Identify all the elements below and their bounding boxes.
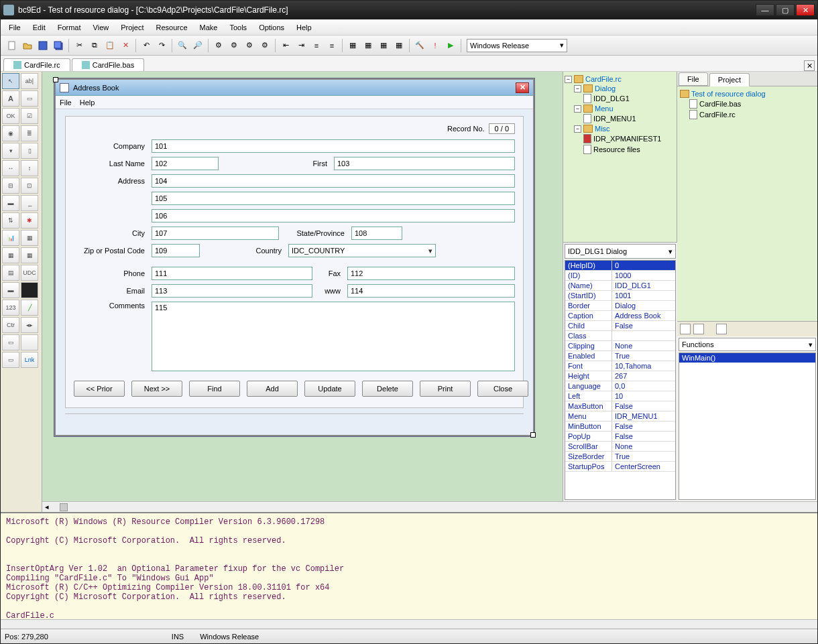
prop-row[interactable]: ClippingNone [565,341,675,351]
functions-select[interactable]: Functions▾ [679,338,816,351]
prop-row[interactable]: Font10,Tahoma [565,361,675,371]
tool-chart[interactable]: 📊 [2,230,19,246]
tool-slider[interactable]: ⎯ [21,195,38,211]
menu-options[interactable]: Options [253,21,290,34]
tool-rect[interactable] [21,282,38,298]
delete-icon[interactable]: ✕ [118,38,133,53]
tool-header[interactable]: ▭ [2,334,19,350]
tool-rebar[interactable]: ▤ [2,265,19,281]
stop-icon[interactable]: ! [428,38,443,53]
indent-icon[interactable]: ⇥ [294,38,308,53]
build-icon[interactable]: 🔨 [412,38,427,53]
tree-dialog-folder[interactable]: Dialog [595,84,616,92]
sort-icon[interactable] [716,324,727,334]
tool-link[interactable]: Lnk [21,352,38,368]
prop-row[interactable]: StartupPosCenterScreen [565,462,675,472]
outdent-icon[interactable]: ⇤ [278,38,293,53]
dialog-close-button[interactable]: ✕ [516,82,529,93]
tool-tab[interactable]: ⊡ [21,178,38,194]
dialog-menu-file[interactable]: File [60,99,72,107]
tool-tree[interactable]: ⊟ [2,178,19,194]
panel4-icon[interactable]: ▦ [392,38,406,53]
panel2-icon[interactable]: ▦ [361,38,375,53]
cut-icon[interactable]: ✂ [72,38,86,53]
close-dlg-button[interactable]: Close [477,381,528,397]
tool-blank[interactable] [21,334,38,350]
prop-row[interactable]: PopUpFalse [565,432,675,442]
func-winmain[interactable]: WinMain() [679,353,815,363]
expand-icon[interactable]: − [574,105,581,113]
prop-row[interactable]: (StartID)1001 [565,291,675,301]
company-input[interactable]: 101 [152,139,515,153]
close-button[interactable]: ✕ [796,4,815,16]
tool-button[interactable]: OK [2,108,19,124]
tool-pager[interactable]: ◂▸ [21,317,38,333]
tool-vscroll[interactable]: ↕ [21,160,38,176]
tool-pointer[interactable]: ↖ [2,73,19,89]
menu-file[interactable]: File [3,21,26,34]
tool-checkbox[interactable]: ☑ [21,108,38,124]
prop-row[interactable]: BorderDialog [565,301,675,311]
tool-ctrl[interactable]: Ctr [2,317,19,333]
close-tab-button[interactable]: ✕ [804,60,815,71]
prop-row[interactable]: (HelpID)0 [565,261,675,271]
replace-icon[interactable]: 🔎 [190,38,205,53]
prop-row[interactable]: CaptionAddress Book [565,311,675,321]
minimize-button[interactable]: — [756,4,774,16]
tool-hscroll[interactable]: ↔ [2,160,19,176]
tool-asterisk[interactable]: ✱ [21,212,38,229]
prop-row[interactable]: Left10 [565,391,675,401]
open-folder-icon[interactable] [20,38,35,53]
state-input[interactable]: 108 [351,227,402,240]
prop-row[interactable]: SizeBorderTrue [565,452,675,462]
prop-row[interactable]: Class [565,331,675,341]
output-panel[interactable]: Microsoft (R) Windows (R) Resource Compi… [1,512,817,619]
menu-help[interactable]: Help [291,21,317,34]
menu-tools[interactable]: Tools [224,21,252,34]
delete-button[interactable]: Delete [362,381,413,397]
expand-icon[interactable]: − [565,76,572,83]
prop-row[interactable]: Language0,0 [565,381,675,391]
tab-cardfile-bas[interactable]: CardFile.bas [72,58,144,71]
menu-format[interactable]: Format [52,21,86,34]
properties-grid[interactable]: (HelpID)0(ID)1000(Name)IDD_DLG1(StartID)… [565,260,676,500]
panel1-icon[interactable]: ▦ [345,38,360,53]
expand-icon[interactable]: − [574,85,581,92]
tool-spin[interactable]: ⇅ [2,212,19,229]
add-button[interactable]: Add [247,381,298,397]
tool-status[interactable]: ▬ [2,282,19,298]
save-all-icon[interactable] [51,38,66,53]
find-button[interactable]: Find [189,381,240,397]
zip-input[interactable]: 109 [152,244,200,257]
prop-row[interactable]: (Name)IDD_DLG1 [565,281,675,291]
prior-button[interactable]: << Prior [74,381,125,397]
tool-frame[interactable]: ▭ [21,90,38,107]
addr1-input[interactable]: 104 [152,174,515,188]
tool-animate[interactable]: ▭ [2,352,19,368]
output-hscroll[interactable] [1,619,817,629]
tree-idr-menu1[interactable]: IDR_MENU1 [593,115,636,123]
addr3-input[interactable]: 106 [152,209,515,222]
email-input[interactable]: 113 [152,284,312,298]
tool-b-icon[interactable]: ⚙ [227,38,241,53]
save-icon[interactable] [36,38,50,53]
www-input[interactable]: 114 [347,284,515,298]
tool-a-icon[interactable]: ⚙ [211,38,226,53]
designer-hscroll[interactable]: ◂ [42,501,817,512]
prop-row[interactable]: ScrollBarNone [565,442,675,452]
menu-make[interactable]: Make [194,21,223,34]
tree-idd-dlg1[interactable]: IDD_DLG1 [593,94,630,103]
fax-input[interactable]: 112 [347,267,515,280]
comments-textarea[interactable]: 115 [152,302,515,371]
redo-icon[interactable]: ↷ [154,38,169,53]
tool-combo[interactable]: ▾ [2,143,19,159]
prop-row[interactable]: Height267 [565,371,675,381]
tool-radio[interactable]: ◉ [2,125,19,141]
dialog-designer[interactable]: Address Book ✕ File Help Record No. 0 / … [42,72,563,501]
find-icon[interactable]: 🔍 [175,38,190,53]
tool-udc[interactable]: UDC [21,265,38,281]
print-button[interactable]: Print [420,381,471,397]
file-tab[interactable]: File [679,72,708,86]
tool-num[interactable]: 123 [2,300,19,316]
expand-icon[interactable]: − [574,125,581,133]
